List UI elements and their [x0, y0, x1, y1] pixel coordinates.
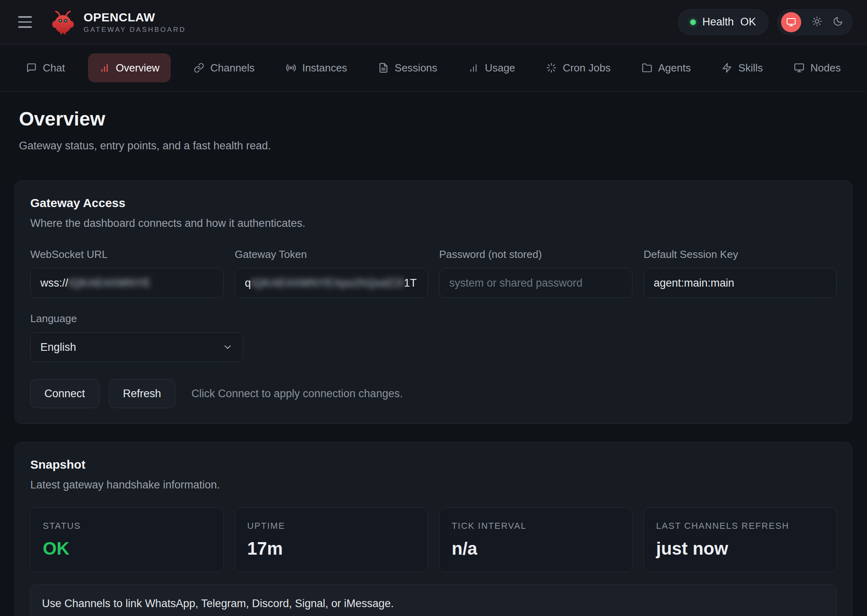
monitor-icon [794, 63, 804, 73]
zap-icon [722, 63, 732, 73]
language-select[interactable]: English [30, 332, 243, 362]
health-status-badge: Health OK [678, 9, 769, 35]
bar-chart-icon [99, 63, 110, 73]
language-selected-value: English [40, 341, 76, 354]
tab-sessions[interactable]: Sessions [370, 53, 446, 82]
file-text-icon [378, 63, 389, 73]
brand-subtitle: GATEWAY DASHBOARD [84, 26, 186, 34]
main-content: Overview Gateway status, entry points, a… [0, 92, 867, 616]
tab-skills[interactable]: Skills [714, 53, 771, 82]
stat-last-channels-refresh: LAST CHANNELS REFRESH just now [644, 507, 837, 572]
tab-instances[interactable]: Instances [278, 53, 355, 82]
sun-icon [812, 16, 822, 27]
brand-title: OPENCLAW [84, 10, 186, 24]
page-subtitle: Gateway status, entry points, and a fast… [19, 140, 852, 152]
channels-hint-note: Use Channels to link WhatsApp, Telegram,… [30, 584, 837, 616]
session-key-input[interactable] [644, 268, 837, 298]
gateway-access-title: Gateway Access [30, 196, 837, 210]
health-dot-icon [690, 19, 696, 25]
masked-token-value: IQKAE4XMNYEXps2hQsdZ2l [251, 277, 404, 289]
masked-websocket-value: IQKAE4XMNYE [68, 277, 151, 289]
stat-uptime: UPTIME 17m [235, 507, 428, 572]
stat-tick-interval-label: TICK INTERVAL [452, 521, 620, 531]
session-key-field: Default Session Key [644, 248, 837, 298]
page-title: Overview [19, 108, 852, 130]
theme-toggle [777, 9, 852, 35]
tab-agents[interactable]: Agents [634, 53, 699, 82]
stat-uptime-value: 17m [247, 538, 416, 559]
stat-tick-interval: TICK INTERVAL n/a [439, 507, 632, 572]
tab-nodes[interactable]: Nodes [786, 53, 849, 82]
gateway-token-field: Gateway Token qIQKAE4XMNYEXps2hQsdZ2l1T [235, 248, 428, 298]
link-icon [194, 63, 204, 73]
stat-tick-interval-value: n/a [452, 538, 620, 559]
stat-last-channels-refresh-label: LAST CHANNELS REFRESH [656, 521, 825, 531]
tab-cron-jobs[interactable]: Cron Jobs [538, 53, 619, 82]
stat-status-value: OK [43, 538, 211, 559]
websocket-url-field: WebSocket URL wss://IQKAE4XMNYE [30, 248, 224, 298]
stat-uptime-label: UPTIME [247, 521, 416, 531]
chevron-down-icon [222, 342, 233, 352]
gateway-token-input[interactable]: qIQKAE4XMNYEXps2hQsdZ2l1T [235, 268, 428, 298]
loader-icon [546, 63, 557, 73]
brand: OPENCLAW GATEWAY DASHBOARD [84, 10, 186, 34]
monitor-icon [786, 17, 796, 27]
tab-chat[interactable]: Chat [18, 53, 73, 82]
health-value: OK [740, 16, 756, 28]
websocket-url-label: WebSocket URL [30, 248, 224, 261]
hamburger-menu-icon[interactable] [18, 13, 36, 31]
connect-button[interactable]: Connect [30, 379, 99, 408]
tab-overview[interactable]: Overview [88, 53, 171, 82]
theme-dark-button[interactable] [833, 16, 843, 28]
tab-channels[interactable]: Channels [186, 53, 263, 82]
connect-helper-text: Click Connect to apply connection change… [191, 388, 403, 400]
password-label: Password (not stored) [439, 248, 632, 261]
stat-status: STATUS OK [30, 507, 224, 572]
refresh-button[interactable]: Refresh [109, 379, 176, 408]
health-label: Health [702, 16, 734, 28]
gateway-token-label: Gateway Token [235, 248, 428, 261]
stat-status-label: STATUS [43, 521, 211, 531]
bar-chart-icon [468, 63, 479, 73]
chat-icon [26, 63, 37, 73]
gateway-access-card: Gateway Access Where the dashboard conne… [15, 180, 852, 424]
snapshot-card: Snapshot Latest gateway handshake inform… [15, 442, 852, 616]
snapshot-title: Snapshot [30, 458, 837, 471]
radio-icon [286, 63, 296, 73]
folder-icon [642, 63, 652, 73]
language-label: Language [30, 312, 243, 325]
snapshot-subtitle: Latest gateway handshake information. [30, 479, 837, 491]
openclaw-mascot-logo [50, 9, 76, 36]
password-field: Password (not stored) [439, 248, 632, 298]
moon-icon [833, 16, 843, 27]
main-nav: Chat Overview Channels Instances Session… [0, 44, 867, 92]
stat-last-channels-refresh-value: just now [656, 538, 825, 559]
theme-system-button[interactable] [781, 12, 801, 32]
session-key-label: Default Session Key [644, 248, 837, 261]
gateway-access-subtitle: Where the dashboard connects and how it … [30, 217, 837, 230]
websocket-url-input[interactable]: wss://IQKAE4XMNYE [30, 268, 224, 298]
theme-light-button[interactable] [812, 16, 822, 28]
password-input[interactable] [439, 268, 632, 298]
tab-usage[interactable]: Usage [460, 53, 523, 82]
language-field: Language English [30, 312, 243, 362]
header: OPENCLAW GATEWAY DASHBOARD Health OK [0, 0, 867, 44]
